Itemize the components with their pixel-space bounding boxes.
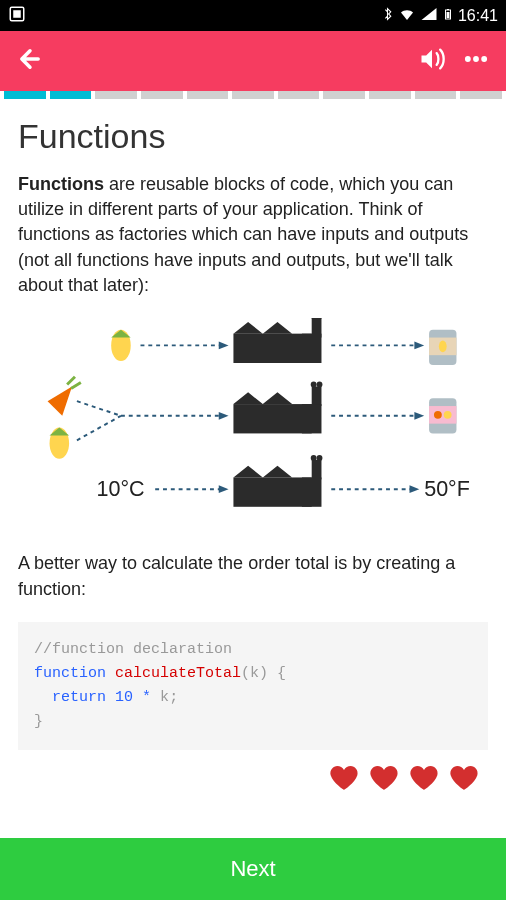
progress-segment — [232, 91, 274, 99]
svg-rect-3 — [447, 9, 449, 10]
heart-icon — [368, 762, 400, 798]
can-icon — [429, 330, 456, 365]
svg-point-21 — [317, 382, 323, 388]
heart-icon — [408, 762, 440, 798]
svg-rect-4 — [446, 12, 449, 18]
intro-paragraph: Functions are reusable blocks of code, w… — [18, 172, 488, 298]
progress-segment — [50, 91, 92, 99]
svg-point-6 — [473, 56, 479, 62]
wifi-icon — [398, 5, 416, 27]
svg-rect-1 — [13, 10, 21, 18]
input-temp-label: 10°C — [96, 477, 144, 501]
second-paragraph: A better way to calculate the order tota… — [18, 551, 488, 601]
output-temp-label: 50°F — [424, 477, 470, 501]
progress-segment — [141, 91, 183, 99]
can-icon — [429, 398, 456, 433]
corn-icon — [111, 330, 131, 361]
battery-icon — [442, 5, 454, 27]
svg-rect-27 — [233, 477, 311, 506]
svg-rect-13 — [302, 334, 322, 363]
svg-point-7 — [481, 56, 487, 62]
arrow-head — [414, 412, 424, 420]
svg-point-5 — [465, 56, 471, 62]
svg-point-29 — [311, 455, 317, 461]
arrow-head — [219, 485, 229, 493]
branch-line — [77, 401, 121, 440]
progress-segment — [278, 91, 320, 99]
code-comment: //function declaration — [34, 638, 472, 662]
arrow-head — [219, 341, 229, 349]
svg-point-25 — [434, 411, 442, 419]
code-line: } — [34, 710, 472, 734]
progress-segment — [4, 91, 46, 99]
factory-icon — [233, 318, 322, 363]
carrot-icon — [48, 377, 81, 416]
svg-rect-24 — [429, 406, 456, 424]
code-line: return 10 * k; — [34, 686, 472, 710]
svg-rect-22 — [302, 404, 322, 433]
lesson-content: Functions Functions are reusable blocks … — [0, 99, 506, 838]
code-block: //function declaration function calculat… — [18, 622, 488, 750]
code-line: function calculateTotal(k) { — [34, 662, 472, 686]
svg-point-16 — [439, 340, 447, 352]
progress-bar — [0, 91, 506, 99]
factory-diagram: 10°C 50°F — [18, 318, 488, 527]
arrow-head — [410, 485, 420, 493]
next-button[interactable]: Next — [0, 838, 506, 900]
progress-segment — [187, 91, 229, 99]
svg-rect-31 — [302, 477, 322, 506]
svg-point-26 — [444, 411, 452, 419]
svg-rect-9 — [233, 334, 311, 363]
intro-bold: Functions — [18, 174, 104, 194]
factory-icon — [233, 455, 322, 507]
progress-segment — [415, 91, 457, 99]
app-top-bar — [0, 31, 506, 91]
svg-point-30 — [317, 455, 323, 461]
signal-icon — [420, 5, 438, 27]
svg-rect-18 — [233, 404, 311, 433]
notification-icon — [8, 9, 26, 26]
heart-icon — [328, 762, 360, 798]
page-title: Functions — [18, 117, 488, 156]
svg-rect-28 — [312, 460, 322, 480]
svg-rect-19 — [312, 386, 322, 406]
status-time: 16:41 — [458, 7, 498, 25]
arrow-head — [414, 341, 424, 349]
arrow-head — [219, 412, 229, 420]
android-status-bar: 16:41 — [0, 0, 506, 31]
progress-segment — [369, 91, 411, 99]
more-button[interactable] — [462, 45, 490, 77]
svg-point-20 — [311, 382, 317, 388]
factory-icon — [233, 382, 322, 434]
sound-button[interactable] — [418, 45, 446, 77]
progress-segment — [323, 91, 365, 99]
progress-segment — [460, 91, 502, 99]
progress-segment — [95, 91, 137, 99]
back-button[interactable] — [16, 45, 44, 77]
bluetooth-icon — [381, 5, 394, 27]
corn-icon — [50, 427, 70, 458]
heart-icon — [448, 762, 480, 798]
hearts-row — [18, 762, 488, 798]
